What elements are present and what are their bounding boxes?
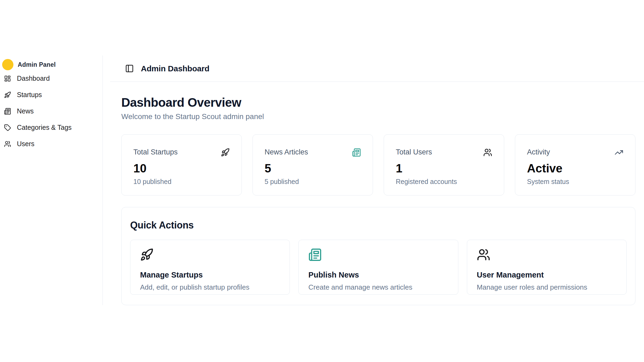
quick-action-title: User Management	[477, 271, 617, 279]
stat-label: Total Users	[396, 148, 492, 156]
page-title: Dashboard Overview	[121, 95, 635, 110]
sidebar-item-label: Users	[17, 140, 34, 148]
trending-up-icon	[614, 148, 623, 157]
users-icon	[4, 141, 11, 147]
header: Admin Dashboard	[110, 56, 644, 82]
rocket-icon	[4, 91, 11, 98]
sidebar-item-categories-tags[interactable]: Categories & Tags	[2, 119, 98, 136]
quick-action-description: Create and manage news articles	[308, 283, 448, 291]
newspaper-icon	[352, 148, 361, 157]
tag-icon	[4, 124, 11, 131]
stat-caption: 5 published	[265, 178, 361, 186]
quick-action-title: Publish News	[308, 271, 448, 279]
stat-value: Active	[527, 162, 623, 175]
sidebar: Admin Panel Dashboard Startups News Cate…	[0, 56, 103, 305]
sidebar-nav: Dashboard Startups News Categories & Tag…	[2, 70, 98, 152]
users-icon	[483, 148, 492, 157]
quick-actions-title: Quick Actions	[130, 220, 627, 231]
main-content: Dashboard Overview Welcome to the Startu…	[121, 82, 635, 305]
quick-action-title: Manage Startups	[140, 271, 280, 279]
rocket-icon	[221, 148, 230, 157]
stats-row: Total Startups 10 10 published News Arti…	[121, 134, 635, 195]
stat-caption: 10 published	[133, 178, 230, 186]
quick-action-card[interactable]: Manage Startups Add, edit, or publish st…	[130, 240, 290, 295]
newspaper-icon	[308, 248, 322, 261]
newspaper-icon	[4, 108, 11, 115]
quick-action-card[interactable]: User Management Manage user roles and pe…	[467, 240, 627, 295]
sidebar-item-label: Dashboard	[17, 75, 50, 82]
brand: Admin Panel	[2, 59, 98, 70]
stat-value: 5	[265, 162, 361, 175]
page-subtitle: Welcome to the Startup Scout admin panel	[121, 112, 635, 121]
stat-caption: Registered accounts	[396, 178, 492, 186]
quick-actions-grid: Manage Startups Add, edit, or publish st…	[130, 240, 627, 295]
sidebar-item-label: Categories & Tags	[17, 124, 72, 131]
sidebar-item-dashboard[interactable]: Dashboard	[2, 70, 98, 87]
sidebar-item-users[interactable]: Users	[2, 136, 98, 152]
sidebar-item-label: News	[17, 107, 34, 115]
users-icon	[477, 248, 490, 261]
stat-label: News Articles	[265, 148, 361, 156]
quick-action-description: Manage user roles and permissions	[477, 283, 617, 291]
stat-label: Activity	[527, 148, 623, 156]
sidebar-item-startups[interactable]: Startups	[2, 87, 98, 103]
layout-dashboard-icon	[4, 75, 11, 82]
sidebar-item-news[interactable]: News	[2, 103, 98, 119]
rocket-icon	[140, 248, 153, 261]
quick-actions-panel: Quick Actions Manage Startups Add, edit,…	[121, 207, 635, 305]
stat-card: Activity Active System status	[515, 134, 635, 195]
sidebar-toggle-icon[interactable]	[125, 64, 134, 73]
brand-name: Admin Panel	[18, 61, 56, 68]
stat-label: Total Startups	[133, 148, 230, 156]
sidebar-item-label: Startups	[17, 91, 42, 99]
brand-logo-circle	[2, 59, 13, 70]
quick-action-card[interactable]: Publish News Create and manage news arti…	[298, 240, 458, 295]
stat-card: Total Users 1 Registered accounts	[384, 134, 504, 195]
admin-dashboard-page: Admin Panel Dashboard Startups News Cate…	[0, 0, 644, 362]
quick-action-description: Add, edit, or publish startup profiles	[140, 283, 280, 291]
stat-caption: System status	[527, 178, 623, 186]
stat-value: 10	[133, 162, 230, 175]
stat-card: News Articles 5 5 published	[253, 134, 373, 195]
header-title: Admin Dashboard	[141, 64, 209, 73]
stat-card: Total Startups 10 10 published	[121, 134, 242, 195]
stat-value: 1	[396, 162, 492, 175]
